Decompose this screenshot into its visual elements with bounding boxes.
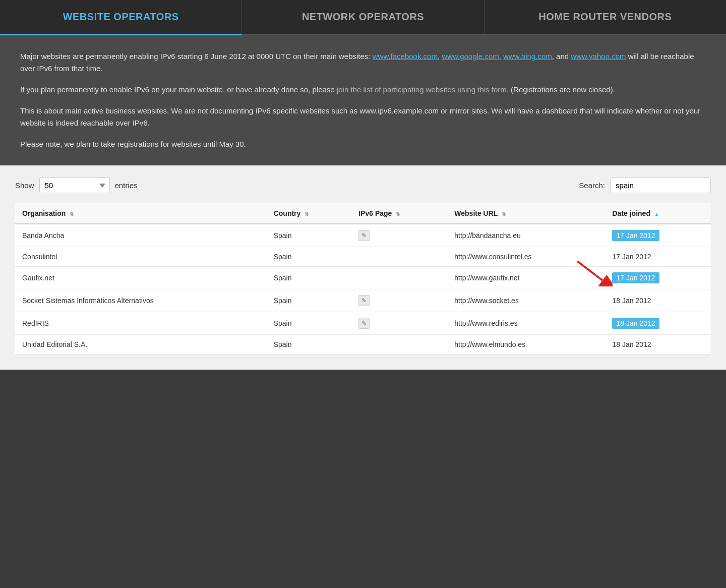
table-header-row: Organisation ⇅ Country ⇅ IPv6 Page ⇅ Web… — [15, 203, 711, 224]
cell-ipv6page: ✎ — [351, 224, 447, 247]
cell-date-joined: 17 Jan 2012 — [605, 224, 711, 247]
data-table: Organisation ⇅ Country ⇅ IPv6 Page ⇅ Web… — [15, 203, 711, 355]
date-highlight-badge: 17 Jan 2012 — [612, 230, 659, 241]
cell-date-joined: 17 Jan 2012 — [605, 267, 711, 289]
cell-date-joined: 18 Jan 2012 — [605, 335, 711, 355]
nav-tabs: WEBSITE OPERATORS NETWORK OPERATORS HOME… — [0, 0, 726, 35]
entries-label: entries — [115, 181, 138, 190]
col-date-joined[interactable]: Date joined ▲ — [605, 203, 711, 224]
cell-ipv6page — [351, 247, 447, 267]
tab-home-router-vendors[interactable]: HOME ROUTER VENDORS — [485, 0, 726, 34]
search-input[interactable] — [610, 178, 711, 193]
date-highlight-badge: 17 Jan 2012 — [612, 272, 659, 283]
edit-icon[interactable]: ✎ — [358, 318, 370, 329]
cell-organisation: Gaufix.net — [15, 267, 267, 289]
col-ipv6page[interactable]: IPv6 Page ⇅ — [351, 203, 447, 224]
show-entries: Show 10 25 50 100 entries — [15, 178, 138, 193]
cell-date-joined: 17 Jan 2012 — [605, 247, 711, 267]
cell-ipv6page: ✎ — [351, 312, 447, 335]
entries-select[interactable]: 10 25 50 100 — [39, 178, 110, 193]
cell-country: Spain — [267, 335, 352, 355]
tab-network-operators[interactable]: NETWORK OPERATORS — [242, 0, 484, 34]
cell-ipv6page — [351, 335, 447, 355]
table-row: Socket Sistemas Informáticos Alternativo… — [15, 289, 711, 312]
cell-country: Spain — [267, 224, 352, 247]
cell-country: Spain — [267, 289, 352, 312]
col-website-url[interactable]: Website URL ⇅ — [447, 203, 605, 224]
link-yahoo[interactable]: www.yahoo.com — [571, 52, 626, 61]
cell-organisation: RedIRIS — [15, 312, 267, 335]
cell-country: Spain — [267, 267, 352, 289]
sort-icon-website-url: ⇅ — [502, 211, 506, 217]
search-area: Search: — [579, 178, 711, 193]
table-area: Show 10 25 50 100 entries Search: — [0, 165, 726, 370]
cell-website-url: http://www.rediris.es — [447, 312, 605, 335]
cell-organisation: Unidad Editorial S.A. — [15, 335, 267, 355]
cell-website-url: http://www.elmundo.es — [447, 335, 605, 355]
sort-icon-country: ⇅ — [305, 211, 309, 217]
edit-icon[interactable]: ✎ — [358, 230, 370, 241]
table-row: Banda AnchaSpain✎http://bandaancha.eu17 … — [15, 224, 711, 247]
description-para2: If you plan permanently to enable IPv6 o… — [20, 84, 706, 96]
cell-website-url: http://www.socket.es — [447, 289, 605, 312]
cell-website-url: http://bandaancha.eu — [447, 224, 605, 247]
table-row: Gaufix.netSpainhttp://www.gaufix.net17 J… — [15, 267, 711, 289]
cell-organisation: Socket Sistemas Informáticos Alternativo… — [15, 289, 267, 312]
link-bing[interactable]: www.bing.com — [503, 52, 552, 61]
description-para4: Please note, we plan to take registratio… — [20, 138, 706, 150]
cell-country: Spain — [267, 312, 352, 335]
tab-website-operators[interactable]: WEBSITE OPERATORS — [0, 0, 242, 35]
cell-organisation: Banda Ancha — [15, 224, 267, 247]
sort-icon-organisation: ⇅ — [70, 211, 74, 217]
sort-icon-ipv6page: ⇅ — [396, 211, 400, 217]
link-google[interactable]: www.google.com — [442, 52, 499, 61]
date-highlight-badge: 18 Jan 2012 — [612, 318, 659, 329]
cell-country: Spain — [267, 247, 352, 267]
col-country[interactable]: Country ⇅ — [267, 203, 352, 224]
controls-row: Show 10 25 50 100 entries Search: — [15, 178, 711, 193]
edit-icon[interactable]: ✎ — [358, 295, 370, 306]
cell-date-joined: 18 Jan 2012 — [605, 289, 711, 312]
description-para3: This is about main active business websi… — [20, 105, 706, 129]
link-facebook[interactable]: www.facebook.com — [373, 52, 438, 61]
col-organisation[interactable]: Organisation ⇅ — [15, 203, 267, 224]
cell-website-url: http://www.gaufix.net — [447, 267, 605, 289]
cell-ipv6page — [351, 267, 447, 289]
sort-icon-date-joined: ▲ — [654, 211, 659, 217]
cell-website-url: http://www.consulintel.es — [447, 247, 605, 267]
cell-ipv6page: ✎ — [351, 289, 447, 312]
cell-date-joined: 18 Jan 2012 — [605, 312, 711, 335]
description-para1: Major websites are permanently enabling … — [20, 50, 706, 75]
show-label: Show — [15, 181, 34, 190]
table-row: ConsulintelSpainhttp://www.consulintel.e… — [15, 247, 711, 267]
cell-organisation: Consulintel — [15, 247, 267, 267]
search-label: Search: — [579, 181, 605, 190]
table-wrapper: Organisation ⇅ Country ⇅ IPv6 Page ⇅ Web… — [15, 203, 711, 355]
table-row: Unidad Editorial S.A.Spainhttp://www.elm… — [15, 335, 711, 355]
description-section: Major websites are permanently enabling … — [0, 35, 726, 165]
table-row: RedIRISSpain✎http://www.rediris.es18 Jan… — [15, 312, 711, 335]
